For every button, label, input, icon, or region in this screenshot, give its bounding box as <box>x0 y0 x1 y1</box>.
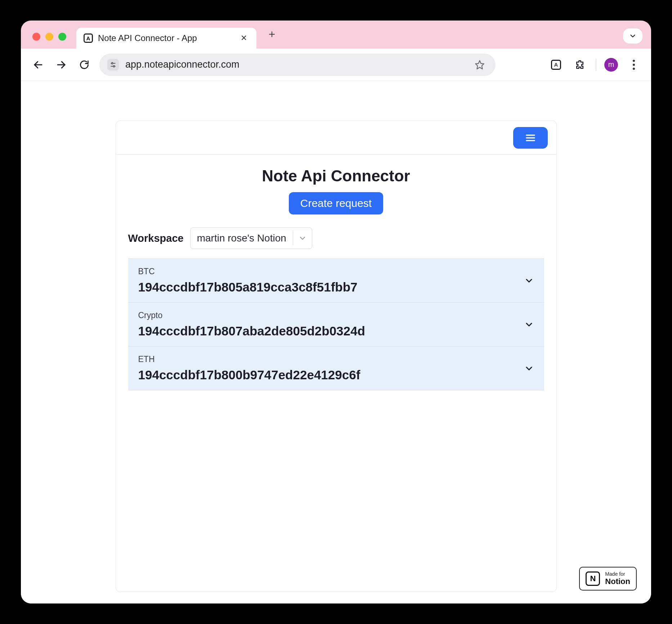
extension-note-icon[interactable]: A <box>548 57 564 73</box>
browser-toolbar: app.noteapiconnector.com A m <box>21 49 651 81</box>
reload-button[interactable] <box>76 57 92 73</box>
made-for-notion-badge[interactable]: N Made for Notion <box>579 567 637 591</box>
workspace-selected-value: martin rose's Notion <box>191 232 293 244</box>
tab-strip: A Note API Connector - App ✕ ＋ <box>21 21 651 49</box>
url-text: app.noteapiconnector.com <box>125 59 465 70</box>
item-id: 194cccdbf17b807aba2de805d2b0324d <box>138 324 517 338</box>
window-controls <box>32 33 66 41</box>
list-item[interactable]: ETH 194cccdbf17b800b9747ed22e4129c6f <box>128 347 544 390</box>
address-bar[interactable]: app.noteapiconnector.com <box>99 54 496 76</box>
tabs-dropdown-button[interactable] <box>623 28 642 44</box>
item-label: Crypto <box>138 311 517 320</box>
app-header <box>116 121 556 155</box>
list-item[interactable]: BTC 194cccdbf17b805a819cca3c8f51fbb7 <box>128 259 544 303</box>
browser-menu-button[interactable] <box>626 57 642 73</box>
favicon-icon: A <box>84 33 93 43</box>
toolbar-separator <box>596 59 596 71</box>
profile-avatar[interactable]: m <box>604 58 618 72</box>
item-id: 194cccdbf17b800b9747ed22e4129c6f <box>138 368 517 382</box>
new-tab-button[interactable]: ＋ <box>263 24 281 44</box>
chevron-down-icon <box>524 320 534 330</box>
chevron-down-icon <box>524 276 534 286</box>
tab-title: Note API Connector - App <box>98 33 233 43</box>
page-title: Note Api Connector <box>128 167 544 185</box>
item-id: 194cccdbf17b805a819cca3c8f51fbb7 <box>138 280 517 294</box>
site-settings-icon[interactable] <box>107 59 119 71</box>
browser-tab[interactable]: A Note API Connector - App ✕ <box>76 28 256 49</box>
back-button[interactable] <box>30 57 46 73</box>
svg-marker-6 <box>475 60 484 69</box>
fullscreen-window-button[interactable] <box>58 33 66 41</box>
workspace-row: Workspace martin rose's Notion <box>128 227 544 249</box>
bookmark-star-icon[interactable] <box>472 57 488 73</box>
app-card: Note Api Connector Create request Worksp… <box>116 121 557 592</box>
create-request-button[interactable]: Create request <box>289 192 383 214</box>
item-label: BTC <box>138 267 517 276</box>
minimize-window-button[interactable] <box>45 33 53 41</box>
chevron-down-icon <box>524 363 534 374</box>
close-window-button[interactable] <box>32 33 40 41</box>
badge-text: Made for Notion <box>605 571 630 586</box>
extensions-puzzle-icon[interactable] <box>572 57 588 73</box>
chevron-down-icon <box>293 234 312 243</box>
avatar-initial: m <box>608 60 614 69</box>
workspace-select[interactable]: martin rose's Notion <box>190 227 312 249</box>
request-list: BTC 194cccdbf17b805a819cca3c8f51fbb7 Cry… <box>128 258 544 390</box>
menu-button[interactable] <box>513 127 548 149</box>
list-item[interactable]: Crypto 194cccdbf17b807aba2de805d2b0324d <box>128 303 544 347</box>
svg-point-4 <box>111 62 113 64</box>
notion-logo-icon: N <box>586 571 600 586</box>
close-tab-button[interactable]: ✕ <box>238 32 249 44</box>
svg-point-5 <box>113 65 115 67</box>
forward-button[interactable] <box>53 57 69 73</box>
workspace-label: Workspace <box>128 232 184 244</box>
page-viewport: Note Api Connector Create request Worksp… <box>21 81 651 603</box>
browser-window: A Note API Connector - App ✕ ＋ app.notea… <box>21 21 651 603</box>
item-label: ETH <box>138 354 517 364</box>
toolbar-right: A m <box>548 57 642 73</box>
